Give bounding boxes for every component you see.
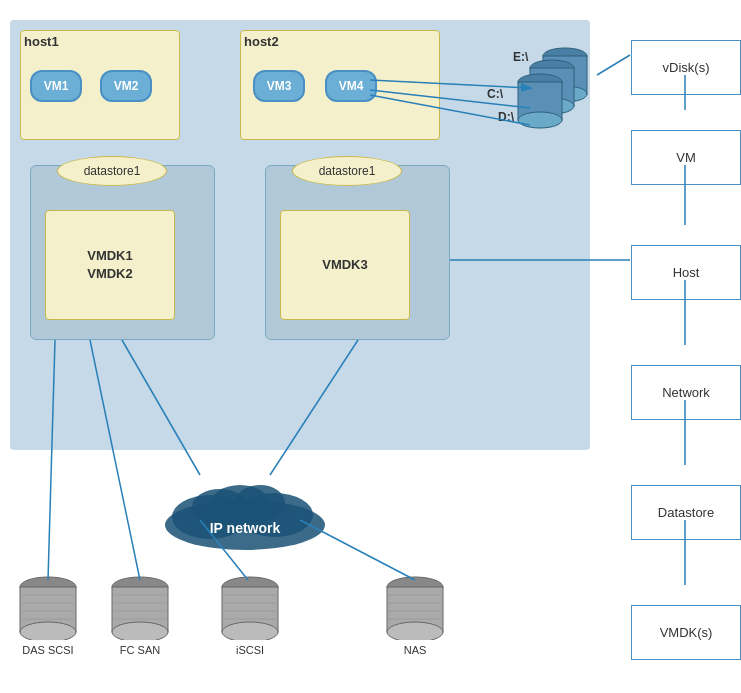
- vm4-button[interactable]: VM4: [325, 70, 377, 102]
- vm2-button[interactable]: VM2: [100, 70, 152, 102]
- das-scsi-unit: DAS SCSI: [18, 575, 78, 656]
- network-panel-box: Network: [631, 365, 741, 420]
- svg-point-16: [112, 622, 168, 640]
- vmdk3-label: VMDK3: [322, 256, 368, 274]
- fc-san-cylinder: [110, 575, 170, 640]
- vdisk-panel-box: vDisk(s): [631, 40, 741, 95]
- vm1-button[interactable]: VM1: [30, 70, 82, 102]
- host-panel-box: Host: [631, 245, 741, 300]
- svg-point-23: [222, 622, 278, 640]
- vmdk-box2: VMDK3: [280, 210, 410, 320]
- svg-text:IP network: IP network: [210, 520, 281, 536]
- drive-c-label: C:\: [487, 87, 503, 101]
- iscsi-cylinder: [220, 575, 280, 640]
- datastore1-label: datastore1: [57, 156, 167, 186]
- datastore2-label: datastore1: [292, 156, 402, 186]
- svg-point-43: [518, 112, 562, 128]
- host2-label: host2: [244, 34, 279, 49]
- datastore-panel-label: Datastore: [658, 505, 714, 520]
- host-panel-label: Host: [673, 265, 700, 280]
- vm-panel-box: VM: [631, 130, 741, 185]
- vdisk-svg: [510, 38, 600, 138]
- vdisk-cylinders: [510, 38, 600, 142]
- network-panel-label: Network: [662, 385, 710, 400]
- nas-unit: NAS: [385, 575, 445, 656]
- diagram-container: host1 host2 VM1 VM2 VM3 VM4 datastore1 d…: [0, 0, 741, 693]
- right-panel: vDisk(s) VM Host Network Datastore VMDK(…: [631, 20, 741, 660]
- vmdk-panel-label: VMDK(s): [660, 625, 713, 640]
- fc-san-label: FC SAN: [120, 644, 160, 656]
- nas-cylinder: [385, 575, 445, 640]
- vdisk-panel-label: vDisk(s): [663, 60, 710, 75]
- host1-label: host1: [24, 34, 59, 49]
- ip-network-cloud: IP network: [155, 475, 335, 555]
- svg-line-59: [597, 55, 630, 75]
- fc-san-unit: FC SAN: [110, 575, 170, 656]
- vmdk-box1: VMDK1VMDK2: [45, 210, 175, 320]
- vm3-button[interactable]: VM3: [253, 70, 305, 102]
- svg-point-9: [20, 622, 76, 640]
- vmdk1-label: VMDK1VMDK2: [87, 247, 133, 283]
- vm-panel-label: VM: [676, 150, 696, 165]
- datastore-panel-box: Datastore: [631, 485, 741, 540]
- svg-point-30: [387, 622, 443, 640]
- iscsi-label: iSCSI: [236, 644, 264, 656]
- das-scsi-cylinder: [18, 575, 78, 640]
- iscsi-unit: iSCSI: [220, 575, 280, 656]
- das-scsi-label: DAS SCSI: [22, 644, 73, 656]
- nas-label: NAS: [404, 644, 427, 656]
- vmdk-panel-box: VMDK(s): [631, 605, 741, 660]
